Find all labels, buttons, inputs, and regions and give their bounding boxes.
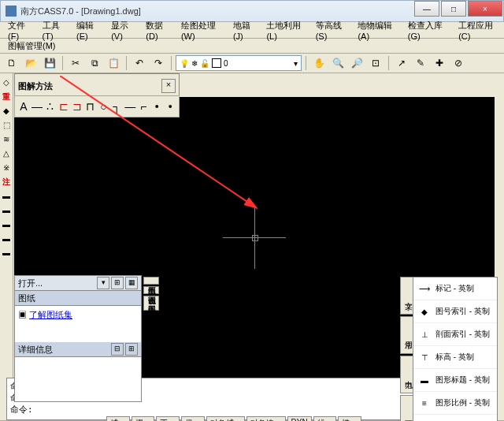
dtool-8[interactable]: —: [124, 100, 135, 113]
tool-b-icon[interactable]: ✎: [412, 54, 429, 72]
workarea: ◇ 重 ◆ ⬚ ≋ △ ※ 注 ▬ ▬ ▬ ▬ ▬ 图解方法 × A — ∴ ⊏…: [0, 73, 504, 378]
tool-a-icon[interactable]: ↗: [393, 54, 410, 72]
close-button[interactable]: ×: [468, 1, 502, 17]
cut-icon[interactable]: ✂: [67, 54, 84, 72]
dtool-5[interactable]: ⊓: [85, 100, 96, 113]
menu-draw[interactable]: 绘图处理(W): [176, 18, 228, 43]
palette-item[interactable]: ◆图号索引 - 英制: [413, 300, 497, 323]
ltool-2[interactable]: ◆: [1, 105, 12, 117]
menu-eng[interactable]: 工程应用(C): [454, 18, 504, 43]
redo-icon[interactable]: ↷: [150, 54, 167, 72]
dtool-7[interactable]: ┐: [111, 100, 122, 113]
palette-item[interactable]: ≡图形比例 - 英制: [413, 392, 497, 415]
tool-d-icon[interactable]: ⊘: [450, 54, 467, 72]
layer-name: 0: [224, 59, 228, 68]
section-drawings: 图纸: [18, 292, 138, 304]
sheet-set-panel: 打开... ▾ ⊞ ▦ 图纸 ▣ 了解图纸集 详细信息 ⊟ ⊞: [14, 275, 142, 402]
ortho-toggle[interactable]: 正交: [156, 416, 180, 421]
toolbar-top: 🗋 📂 💾 ✂ ⧉ 📋 ↶ ↷ 💡 ❄ 🔓 0 ▾ ✋ 🔍 🔎 ⊡ ↗ ✎ ✚ …: [0, 54, 504, 73]
polar-toggle[interactable]: 极轴: [181, 416, 205, 421]
menu-data[interactable]: 数据(D): [141, 18, 176, 43]
palette-item[interactable]: ⊥剖面索引 - 英制: [413, 323, 497, 346]
palette-item[interactable]: ⟶标记 - 英制: [413, 278, 497, 300]
detail-btn-1[interactable]: ⊟: [111, 343, 124, 356]
ltool-8[interactable]: ▬: [1, 190, 12, 203]
right-side-tabs: 文字 常用 电力 地下: [400, 277, 411, 421]
dyn-toggle[interactable]: DYN: [287, 416, 312, 421]
pan-icon[interactable]: ✋: [310, 54, 328, 72]
tool-c-icon[interactable]: ✚: [431, 54, 448, 72]
dtool-10[interactable]: •: [151, 100, 162, 113]
menu-view[interactable]: 显示(V): [106, 18, 141, 43]
open-header[interactable]: 打开...: [18, 278, 95, 289]
learn-sheetset-link[interactable]: 了解图纸集: [29, 310, 72, 319]
menu-object-edit[interactable]: 地物编辑(A): [353, 18, 402, 43]
dtool-9[interactable]: ⌐: [138, 100, 149, 113]
ltool-9[interactable]: ▬: [1, 204, 12, 217]
detail-btn-2[interactable]: ⊞: [125, 343, 138, 356]
dtool-1[interactable]: —: [32, 100, 43, 113]
minimize-button[interactable]: —: [414, 1, 439, 17]
ltool-12[interactable]: ▬: [1, 247, 12, 259]
vtab-0[interactable]: 图纸原型: [143, 277, 159, 285]
panel-btn-3[interactable]: ▦: [125, 277, 138, 289]
new-icon[interactable]: 🗋: [3, 54, 20, 72]
dtool-11[interactable]: •: [165, 100, 176, 113]
palette-item[interactable]: ▬图形标题 - 英制: [413, 369, 497, 392]
model-toggle[interactable]: 模型: [338, 416, 361, 421]
ltool-6[interactable]: ※: [1, 162, 12, 174]
menu-edit[interactable]: 编辑(E): [72, 18, 106, 43]
panel-btn-2[interactable]: ⊞: [111, 277, 124, 289]
snap-toggle[interactable]: 捕捉: [106, 416, 130, 421]
scale-icon: ≡: [417, 396, 432, 410]
menu-sheet[interactable]: 图幅管理(M): [3, 40, 61, 52]
draw-toolbar: A — ∴ ⊏ ⊐ ⊓ ○ ┐ — ⌐ • •: [14, 95, 180, 117]
panel-btn-1[interactable]: ▾: [97, 277, 109, 289]
ltool-10[interactable]: ▬: [1, 218, 12, 231]
dtool-4[interactable]: ⊐: [72, 100, 83, 113]
copy-icon[interactable]: ⧉: [86, 54, 103, 72]
zoom-ext-icon[interactable]: ⊡: [367, 54, 384, 72]
tool-palette: ⟶标记 - 英制 ◆图号索引 - 英制 ⊥剖面索引 - 英制 ⊤标高 - 英制 …: [413, 277, 498, 421]
ltool-11[interactable]: ▬: [1, 233, 12, 245]
grid-toggle[interactable]: 栅格: [132, 416, 155, 421]
open-icon[interactable]: 📂: [22, 54, 39, 72]
chevron-down-icon: ▾: [294, 59, 298, 68]
ltool-3[interactable]: ⬚: [1, 119, 12, 132]
paste-icon[interactable]: 📋: [105, 54, 122, 72]
menu-tools[interactable]: 工具(T): [38, 18, 72, 43]
dtool-0[interactable]: A: [18, 100, 29, 113]
save-icon[interactable]: 💾: [41, 54, 58, 72]
dtool-3[interactable]: ⊏: [58, 100, 69, 113]
palette-close-icon[interactable]: ×: [161, 79, 176, 93]
menu-check[interactable]: 检查入库(G): [403, 18, 454, 43]
vtab-2[interactable]: 图纸图层BI: [143, 296, 159, 311]
palette-item[interactable]: ✦指北针 - 英制: [413, 415, 497, 421]
menu-contour[interactable]: 等高线(S): [311, 18, 354, 43]
osnap-toggle[interactable]: 对象捕捉: [206, 416, 245, 421]
index-icon: ◆: [417, 304, 432, 319]
layer-selector[interactable]: 💡 ❄ 🔓 0 ▾: [176, 55, 302, 71]
lock-icon: 🔓: [200, 59, 209, 68]
otrack-toggle[interactable]: 对象追踪: [246, 416, 285, 421]
ltool-7[interactable]: 注: [1, 176, 12, 188]
window-title: 南方CASS7.0 - [Drawing1.dwg]: [20, 6, 413, 17]
zoom-out-icon[interactable]: 🔎: [348, 54, 365, 72]
maximize-button[interactable]: □: [441, 1, 466, 17]
vtab-1[interactable]: 图色调置: [143, 286, 159, 294]
dtool-2[interactable]: ∴: [45, 100, 56, 113]
lwt-toggle[interactable]: 线宽: [313, 416, 337, 421]
menu-land[interactable]: 土地利用(L): [261, 18, 310, 43]
ltool-1[interactable]: 重: [1, 91, 12, 103]
left-toolbar: ◇ 重 ◆ ⬚ ≋ △ ※ 注 ▬ ▬ ▬ ▬ ▬: [0, 73, 13, 378]
dtool-6[interactable]: ○: [98, 100, 109, 113]
undo-icon[interactable]: ↶: [131, 54, 148, 72]
panel-side-tabs: 图纸原型 图色调置 图纸图层BI: [143, 277, 158, 312]
menu-cadastre[interactable]: 地籍(J): [228, 18, 261, 43]
palette-item[interactable]: ⊤标高 - 英制: [413, 346, 497, 369]
menu-file[interactable]: 文件(F): [3, 18, 38, 43]
zoom-in-icon[interactable]: 🔍: [329, 54, 346, 72]
ltool-5[interactable]: △: [1, 147, 12, 160]
ltool-0[interactable]: ◇: [1, 76, 12, 89]
ltool-4[interactable]: ≋: [1, 133, 12, 146]
